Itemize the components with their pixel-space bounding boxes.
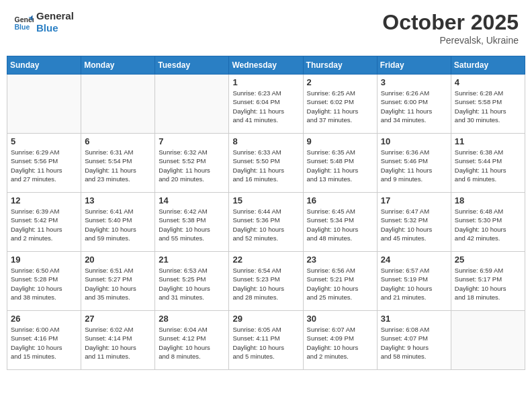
calendar-cell: 3Sunrise: 6:26 AM Sunset: 6:00 PM Daylig… (377, 75, 451, 134)
calendar-cell: 22Sunrise: 6:54 AM Sunset: 5:23 PM Dayli… (229, 252, 303, 311)
day-info: Sunrise: 6:32 AM Sunset: 5:52 PM Dayligh… (159, 148, 225, 183)
weekday-header-friday: Friday (377, 56, 451, 75)
day-number: 13 (85, 195, 151, 205)
day-info: Sunrise: 6:53 AM Sunset: 5:25 PM Dayligh… (159, 266, 225, 302)
day-number: 30 (307, 314, 373, 324)
day-number: 15 (232, 195, 299, 205)
day-info: Sunrise: 6:50 AM Sunset: 5:28 PM Dayligh… (11, 266, 77, 302)
day-info: Sunrise: 6:47 AM Sunset: 5:32 PM Dayligh… (381, 207, 447, 242)
calendar-cell (7, 75, 81, 134)
day-info: Sunrise: 6:44 AM Sunset: 5:36 PM Dayligh… (232, 207, 299, 242)
day-number: 11 (455, 136, 521, 146)
day-number: 3 (381, 77, 447, 87)
calendar-cell: 1Sunrise: 6:23 AM Sunset: 6:04 PM Daylig… (229, 75, 303, 134)
day-number: 12 (11, 195, 77, 205)
day-number: 20 (85, 255, 151, 265)
day-number: 5 (11, 136, 77, 146)
day-number: 14 (159, 195, 225, 205)
day-info: Sunrise: 6:26 AM Sunset: 6:00 PM Dayligh… (381, 89, 447, 124)
calendar-cell: 19Sunrise: 6:50 AM Sunset: 5:28 PM Dayli… (7, 252, 81, 311)
day-info: Sunrise: 6:54 AM Sunset: 5:23 PM Dayligh… (232, 266, 299, 302)
day-info: Sunrise: 6:38 AM Sunset: 5:44 PM Dayligh… (455, 148, 521, 183)
day-number: 25 (455, 255, 521, 265)
logo-blue: Blue (36, 22, 74, 34)
weekday-header-thursday: Thursday (303, 56, 377, 75)
calendar-cell: 14Sunrise: 6:42 AM Sunset: 5:38 PM Dayli… (155, 193, 229, 252)
calendar-cell (81, 75, 155, 134)
calendar-cell: 7Sunrise: 6:32 AM Sunset: 5:52 PM Daylig… (155, 134, 229, 193)
calendar-cell (155, 75, 229, 134)
day-number: 16 (307, 195, 373, 205)
calendar-cell: 29Sunrise: 6:05 AM Sunset: 4:11 PM Dayli… (229, 311, 303, 370)
weekday-header-saturday: Saturday (451, 56, 525, 75)
title-block: October 2025 Perevalsk, Ukraine (382, 10, 519, 46)
calendar-week-4: 19Sunrise: 6:50 AM Sunset: 5:28 PM Dayli… (7, 252, 525, 311)
calendar-cell: 6Sunrise: 6:31 AM Sunset: 5:54 PM Daylig… (81, 134, 155, 193)
calendar-cell: 26Sunrise: 6:00 AM Sunset: 4:16 PM Dayli… (7, 311, 81, 370)
day-number: 24 (381, 255, 447, 265)
day-info: Sunrise: 6:41 AM Sunset: 5:40 PM Dayligh… (85, 207, 151, 242)
calendar-cell: 13Sunrise: 6:41 AM Sunset: 5:40 PM Dayli… (81, 193, 155, 252)
logo-general: General (36, 10, 74, 22)
calendar-cell: 31Sunrise: 6:08 AM Sunset: 4:07 PM Dayli… (377, 311, 451, 370)
calendar-week-1: 1Sunrise: 6:23 AM Sunset: 6:04 PM Daylig… (7, 75, 525, 134)
weekday-header-monday: Monday (81, 56, 155, 75)
day-info: Sunrise: 6:02 AM Sunset: 4:14 PM Dayligh… (85, 325, 151, 361)
day-info: Sunrise: 6:33 AM Sunset: 5:50 PM Dayligh… (232, 148, 299, 183)
calendar-cell: 28Sunrise: 6:04 AM Sunset: 4:12 PM Dayli… (155, 311, 229, 370)
calendar-cell: 11Sunrise: 6:38 AM Sunset: 5:44 PM Dayli… (451, 134, 525, 193)
day-number: 18 (455, 195, 521, 205)
location-subtitle: Perevalsk, Ukraine (382, 35, 519, 46)
day-info: Sunrise: 6:36 AM Sunset: 5:46 PM Dayligh… (381, 148, 447, 183)
day-info: Sunrise: 6:29 AM Sunset: 5:56 PM Dayligh… (11, 148, 77, 183)
day-info: Sunrise: 6:00 AM Sunset: 4:16 PM Dayligh… (11, 325, 77, 361)
weekday-header-wednesday: Wednesday (229, 56, 303, 75)
day-info: Sunrise: 6:23 AM Sunset: 6:04 PM Dayligh… (232, 89, 299, 124)
day-number: 23 (307, 255, 373, 265)
day-number: 7 (159, 136, 225, 146)
day-info: Sunrise: 6:35 AM Sunset: 5:48 PM Dayligh… (307, 148, 373, 183)
day-info: Sunrise: 6:57 AM Sunset: 5:19 PM Dayligh… (381, 266, 447, 302)
day-info: Sunrise: 6:42 AM Sunset: 5:38 PM Dayligh… (159, 207, 225, 242)
calendar-cell: 25Sunrise: 6:59 AM Sunset: 5:17 PM Dayli… (451, 252, 525, 311)
day-info: Sunrise: 6:25 AM Sunset: 6:02 PM Dayligh… (307, 89, 373, 124)
day-number: 19 (11, 255, 77, 265)
calendar-cell: 23Sunrise: 6:56 AM Sunset: 5:21 PM Dayli… (303, 252, 377, 311)
calendar-cell: 17Sunrise: 6:47 AM Sunset: 5:32 PM Dayli… (377, 193, 451, 252)
day-info: Sunrise: 6:08 AM Sunset: 4:07 PM Dayligh… (381, 325, 447, 361)
calendar-cell: 20Sunrise: 6:51 AM Sunset: 5:27 PM Dayli… (81, 252, 155, 311)
calendar-cell: 5Sunrise: 6:29 AM Sunset: 5:56 PM Daylig… (7, 134, 81, 193)
calendar-header-row: SundayMondayTuesdayWednesdayThursdayFrid… (7, 56, 525, 75)
calendar-cell: 9Sunrise: 6:35 AM Sunset: 5:48 PM Daylig… (303, 134, 377, 193)
day-info: Sunrise: 6:51 AM Sunset: 5:27 PM Dayligh… (85, 266, 151, 302)
day-info: Sunrise: 6:31 AM Sunset: 5:54 PM Dayligh… (85, 148, 151, 183)
calendar-cell: 2Sunrise: 6:25 AM Sunset: 6:02 PM Daylig… (303, 75, 377, 134)
day-number: 6 (85, 136, 151, 146)
calendar-cell: 4Sunrise: 6:28 AM Sunset: 5:58 PM Daylig… (451, 75, 525, 134)
weekday-header-sunday: Sunday (7, 56, 81, 75)
calendar-cell: 12Sunrise: 6:39 AM Sunset: 5:42 PM Dayli… (7, 193, 81, 252)
page-header: General Blue General Blue October 2025 P… (7, 7, 525, 49)
day-number: 4 (455, 77, 521, 87)
calendar-week-2: 5Sunrise: 6:29 AM Sunset: 5:56 PM Daylig… (7, 134, 525, 193)
calendar-cell: 8Sunrise: 6:33 AM Sunset: 5:50 PM Daylig… (229, 134, 303, 193)
day-info: Sunrise: 6:56 AM Sunset: 5:21 PM Dayligh… (307, 266, 373, 302)
logo-icon: General Blue (13, 12, 34, 32)
day-info: Sunrise: 6:04 AM Sunset: 4:12 PM Dayligh… (159, 325, 225, 361)
calendar-cell: 16Sunrise: 6:45 AM Sunset: 5:34 PM Dayli… (303, 193, 377, 252)
calendar-cell: 18Sunrise: 6:48 AM Sunset: 5:30 PM Dayli… (451, 193, 525, 252)
day-info: Sunrise: 6:39 AM Sunset: 5:42 PM Dayligh… (11, 207, 77, 242)
calendar-cell: 30Sunrise: 6:07 AM Sunset: 4:09 PM Dayli… (303, 311, 377, 370)
logo: General Blue General Blue (13, 10, 74, 34)
day-info: Sunrise: 6:07 AM Sunset: 4:09 PM Dayligh… (307, 325, 373, 361)
day-info: Sunrise: 6:59 AM Sunset: 5:17 PM Dayligh… (455, 266, 521, 302)
day-info: Sunrise: 6:45 AM Sunset: 5:34 PM Dayligh… (307, 207, 373, 242)
day-number: 17 (381, 195, 447, 205)
day-number: 31 (381, 314, 447, 324)
weekday-header-tuesday: Tuesday (155, 56, 229, 75)
calendar-table: SundayMondayTuesdayWednesdayThursdayFrid… (7, 56, 525, 370)
day-info: Sunrise: 6:05 AM Sunset: 4:11 PM Dayligh… (232, 325, 299, 361)
calendar-week-3: 12Sunrise: 6:39 AM Sunset: 5:42 PM Dayli… (7, 193, 525, 252)
calendar-cell: 21Sunrise: 6:53 AM Sunset: 5:25 PM Dayli… (155, 252, 229, 311)
day-number: 2 (307, 77, 373, 87)
